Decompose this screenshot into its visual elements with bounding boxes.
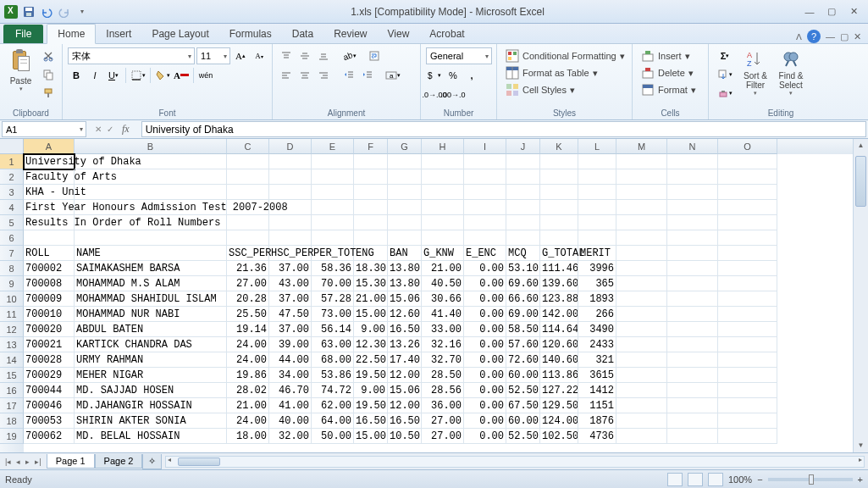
cell[interactable] [718,337,777,352]
tab-home[interactable]: Home [47,24,96,44]
cell[interactable]: 3615 [578,368,616,383]
cell[interactable]: 0.00 [464,398,506,413]
cell[interactable]: 700010 [24,307,75,322]
cell[interactable] [578,230,616,246]
tab-page-layout[interactable]: Page Layout [141,25,218,43]
cell[interactable] [422,185,464,200]
cell[interactable] [422,215,464,230]
cell[interactable] [312,169,354,185]
format-as-table-button[interactable]: Format as Table ▾ [502,64,601,81]
cell[interactable] [718,200,777,215]
format-painter-icon[interactable] [40,85,57,102]
cell[interactable]: Results In Order of Roll Numbers [24,215,75,230]
row-header-12[interactable]: 12 [0,322,24,337]
cell[interactable]: 28.50 [422,368,464,383]
cell[interactable] [616,185,667,200]
cell[interactable]: 3996 [578,261,616,276]
cell[interactable] [616,398,667,413]
cell[interactable] [616,291,667,307]
cell[interactable]: MOHAMMAD SHAHIDUL ISLAM [75,291,227,307]
cells-area[interactable]: University of DhakaFaculty of ArtsKHA - … [24,154,853,452]
cell[interactable]: 700020 [24,322,75,337]
sheet-tab-page2[interactable]: Page 2 [95,454,143,469]
row-header-3[interactable]: 3 [0,185,24,200]
cell[interactable] [718,169,777,185]
cell[interactable] [667,261,718,276]
cell[interactable]: 53.86 [312,368,354,383]
zoom-out-icon[interactable]: − [757,474,762,485]
cell[interactable]: 58.50 [506,322,540,337]
row-header-13[interactable]: 13 [0,337,24,352]
doc-close-icon[interactable]: ✕ [854,31,861,42]
undo-icon[interactable] [39,4,54,19]
cell[interactable]: 57.60 [506,337,540,352]
cell[interactable]: 13.26 [388,337,422,352]
cell[interactable] [269,169,312,185]
cell[interactable]: 700002 [24,261,75,276]
cell[interactable]: 18.30 [354,261,388,276]
cell[interactable] [667,154,718,169]
cell[interactable]: 140.60 [540,352,578,368]
cell[interactable] [75,200,227,215]
increase-font-icon[interactable]: A▴ [232,47,249,64]
cell[interactable] [312,185,354,200]
cell[interactable] [616,307,667,322]
cell[interactable]: 19.50 [354,398,388,413]
cell[interactable] [616,261,667,276]
fx-icon[interactable]: fx [119,123,133,136]
cell[interactable]: 37.00 [269,322,312,337]
row-header-16[interactable]: 16 [0,383,24,398]
cell[interactable] [718,230,777,246]
cell[interactable]: 142.00 [540,307,578,322]
cell[interactable] [667,200,718,215]
cell[interactable]: 700021 [24,337,75,352]
cell[interactable] [75,185,227,200]
cell[interactable]: 24.00 [227,337,269,352]
cell[interactable]: 321 [578,352,616,368]
cell[interactable] [422,154,464,169]
qat-customize-icon[interactable]: ▾ [75,4,90,19]
cell[interactable]: ABDUL BATEN [75,322,227,337]
accounting-format-icon[interactable]: $▾ [426,67,443,84]
cell[interactable] [667,337,718,352]
cell[interactable] [312,215,354,230]
cell[interactable]: 700053 [24,413,75,429]
cell[interactable]: 52.50 [506,429,540,444]
hscroll-thumb[interactable] [178,458,220,466]
col-header-K[interactable]: K [540,139,578,154]
row-header-11[interactable]: 11 [0,307,24,322]
scroll-thumb[interactable] [855,156,866,207]
cell[interactable] [388,200,422,215]
align-bottom-icon[interactable] [315,47,332,64]
cell[interactable]: 700029 [24,368,75,383]
cell[interactable] [718,429,777,444]
cell[interactable] [312,200,354,215]
cell[interactable] [354,185,388,200]
cell[interactable]: 50.00 [312,429,354,444]
cell[interactable]: 63.00 [312,337,354,352]
cell[interactable] [388,154,422,169]
cell[interactable]: SHIRIN AKTER SONIA [75,413,227,429]
cell[interactable]: MOHAMMAD M.S ALAM [75,276,227,291]
cell[interactable] [667,215,718,230]
cell[interactable]: 22.50 [354,352,388,368]
cell[interactable]: 114.64 [540,322,578,337]
tab-review[interactable]: Review [323,25,377,43]
cell[interactable]: Faculty of Arts [24,169,75,185]
cell[interactable] [422,200,464,215]
col-header-F[interactable]: F [354,139,388,154]
cell[interactable] [616,246,667,261]
cell[interactable] [269,200,312,215]
cell[interactable]: 68.00 [312,352,354,368]
cell[interactable]: 15.06 [388,383,422,398]
cell[interactable] [506,200,540,215]
underline-button[interactable]: U▾ [105,67,122,84]
cell[interactable]: 15.00 [354,429,388,444]
tab-formulas[interactable]: Formulas [219,25,282,43]
formula-input[interactable]: University of Dhaka [141,121,866,137]
col-header-N[interactable]: N [667,139,718,154]
cell[interactable]: 9.00 [354,383,388,398]
cell[interactable]: 21.00 [227,398,269,413]
cell[interactable] [616,154,667,169]
align-right-icon[interactable] [315,67,332,84]
